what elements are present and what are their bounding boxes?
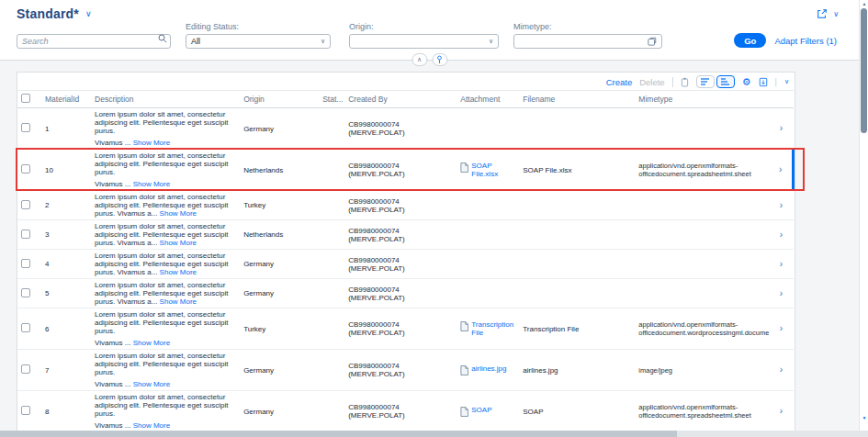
origin-label: Origin: xyxy=(349,22,499,31)
attachment-link[interactable]: SOAP xyxy=(471,406,491,414)
collapse-rows-icon[interactable] xyxy=(696,75,715,88)
header-menu-chevron-down-icon[interactable]: ∨ xyxy=(833,10,839,18)
row-checkbox[interactable] xyxy=(21,288,30,297)
mimetype-input[interactable] xyxy=(513,34,662,49)
adapt-filters-link[interactable]: Adapt Filters (1) xyxy=(774,36,837,46)
value-help-icon[interactable] xyxy=(648,37,657,46)
row-checkbox[interactable] xyxy=(21,123,30,132)
table-toolbar: Create Delete ⚙ | ∨ xyxy=(17,73,795,90)
row-checkbox[interactable] xyxy=(21,406,30,415)
table-row[interactable]: 7 Lorem ipsum dolor sit amet, consectetu… xyxy=(17,350,794,391)
show-more-link[interactable]: Show More xyxy=(133,421,170,430)
table-row[interactable]: 8 Lorem ipsum dolor sit amet, consectetu… xyxy=(17,391,794,432)
cell-description: Lorem ipsum dolor sit amet, consectetur … xyxy=(91,191,240,220)
cell-filename: Transcription File xyxy=(519,308,635,350)
show-more-link[interactable]: Show More xyxy=(160,209,197,218)
share-icon[interactable] xyxy=(817,8,828,19)
description-text: Lorem ipsum dolor sit amet, consectetur … xyxy=(95,310,236,335)
cell-status xyxy=(319,391,344,432)
pin-filter-bar-button[interactable] xyxy=(432,53,447,66)
cell-material-id: 2 xyxy=(41,191,91,220)
search-input[interactable] xyxy=(17,34,171,49)
row-navigation-chevron-icon[interactable]: › xyxy=(780,288,783,298)
show-more-link[interactable]: Show More xyxy=(133,139,170,147)
cell-description: Lorem ipsum dolor sit amet, consectetur … xyxy=(91,220,240,250)
select-all-checkbox[interactable] xyxy=(21,94,30,103)
row-navigation-chevron-icon[interactable]: › xyxy=(780,364,783,375)
cell-description: Lorem ipsum dolor sit amet, consectetur … xyxy=(91,250,240,279)
cell-created-by: CB9980000074 (MERVE.POLAT) xyxy=(344,308,457,350)
attachment-cell-content: airlines.jpg xyxy=(460,364,515,375)
row-navigation-chevron-icon[interactable]: › xyxy=(780,230,783,240)
cell-mimetype: application/vnd.openxmlformats-officedoc… xyxy=(635,308,769,350)
export-icon[interactable] xyxy=(759,77,768,87)
variant-chevron-down-icon[interactable]: ∨ xyxy=(85,9,92,18)
editing-status-select[interactable]: All ∨ xyxy=(186,34,331,49)
delete-button[interactable]: Delete xyxy=(639,77,664,87)
col-header-created-by: Created By xyxy=(344,91,457,108)
go-button[interactable]: Go xyxy=(734,33,766,48)
row-checkbox[interactable] xyxy=(21,200,30,209)
cell-mimetype xyxy=(635,191,769,220)
cell-filename xyxy=(519,220,635,250)
show-more-link[interactable]: Show More xyxy=(160,268,197,276)
excel-attachment-icon xyxy=(460,162,468,173)
cell-mimetype: application/vnd.openxmlformats-officedoc… xyxy=(635,391,769,432)
attachment-link[interactable]: SOAP File.xlsx xyxy=(471,162,515,178)
cell-material-id: 5 xyxy=(41,279,91,308)
cell-status xyxy=(319,220,344,250)
description-text: Lorem ipsum dolor sit amet, consectetur … xyxy=(95,352,236,376)
table-row[interactable]: 1 Lorem ipsum dolor sit amet, consectetu… xyxy=(17,108,794,150)
horizontal-scrollbar-thumb[interactable] xyxy=(0,431,677,437)
export-menu-chevron-icon[interactable]: ∨ xyxy=(784,78,789,85)
row-checkbox[interactable] xyxy=(21,364,30,374)
table-row[interactable]: 6 Lorem ipsum dolor sit amet, consectetu… xyxy=(17,308,794,350)
scroll-up-arrow-icon[interactable]: ▲ xyxy=(861,1,868,6)
show-more-link[interactable]: Show More xyxy=(160,239,197,247)
paste-icon[interactable] xyxy=(681,77,689,87)
cell-filename xyxy=(519,108,635,150)
row-checkbox[interactable] xyxy=(21,259,30,268)
cell-mimetype xyxy=(635,250,769,279)
col-header-origin: Origin xyxy=(240,91,319,108)
create-button[interactable]: Create xyxy=(606,77,633,87)
row-navigation-chevron-icon[interactable]: › xyxy=(780,200,783,210)
row-navigation-chevron-icon[interactable]: › xyxy=(779,164,782,174)
table-row[interactable]: 4 Lorem ipsum dolor sit amet, consectetu… xyxy=(17,250,794,279)
settings-gear-icon[interactable]: ⚙ xyxy=(742,77,751,87)
table-row[interactable]: 5 Lorem ipsum dolor sit amet, consectetu… xyxy=(17,279,794,308)
cell-attachment: SOAP File.xlsx xyxy=(457,150,519,191)
attachment-link[interactable]: airlines.jpg xyxy=(471,364,506,373)
description-text: Lorem ipsum dolor sit amet, consectetur … xyxy=(95,110,236,135)
row-navigation-chevron-icon[interactable]: › xyxy=(780,323,783,333)
cell-description: Lorem ipsum dolor sit amet, consectetur … xyxy=(91,150,240,191)
show-more-link[interactable]: Show More xyxy=(133,180,170,188)
description-tail: Vivamus ... xyxy=(95,339,130,347)
table-row[interactable]: 10 Lorem ipsum dolor sit amet, consectet… xyxy=(17,150,794,191)
collapse-filter-bar-button[interactable]: ∧ xyxy=(411,53,427,66)
cell-origin: Germany xyxy=(240,250,319,279)
cell-origin: Netherlands xyxy=(240,220,319,250)
show-more-link[interactable]: Show More xyxy=(133,380,170,388)
cell-filename: SOAP xyxy=(519,391,635,432)
show-more-link[interactable]: Show More xyxy=(160,297,197,306)
table-row[interactable]: 3 Lorem ipsum dolor sit amet, consectetu… xyxy=(17,220,794,250)
origin-select[interactable]: ∨ xyxy=(349,34,499,49)
cell-created-by: CB9980000074 (MERVE.POLAT) xyxy=(344,250,457,279)
show-more-link[interactable]: Show More xyxy=(133,339,170,347)
search-icon[interactable] xyxy=(158,34,167,43)
row-navigation-chevron-icon[interactable]: › xyxy=(780,406,783,416)
cell-description: Lorem ipsum dolor sit amet, consectetur … xyxy=(91,350,240,391)
row-navigation-chevron-icon[interactable]: › xyxy=(780,123,783,133)
row-checkbox[interactable] xyxy=(21,323,30,332)
scroll-down-arrow-icon[interactable]: ▼ xyxy=(861,415,868,420)
cell-attachment xyxy=(457,191,519,220)
cell-status xyxy=(319,150,344,191)
expand-rows-icon[interactable] xyxy=(716,75,735,88)
table-row[interactable]: 2 Lorem ipsum dolor sit amet, consectetu… xyxy=(17,191,794,220)
row-checkbox[interactable] xyxy=(21,164,30,174)
row-navigation-chevron-icon[interactable]: › xyxy=(780,259,783,269)
vertical-scrollbar-thumb[interactable] xyxy=(861,8,867,133)
attachment-link[interactable]: Transcription File xyxy=(471,320,515,337)
row-checkbox[interactable] xyxy=(21,230,30,239)
